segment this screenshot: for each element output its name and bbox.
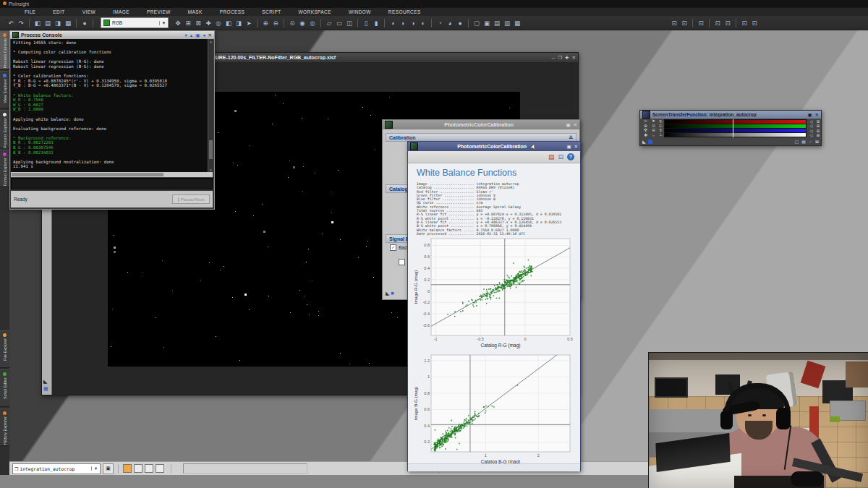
chevron-down-icon[interactable]: ▼ [91, 466, 100, 471]
scrollbar-thumb[interactable] [12, 173, 163, 176]
reset-icon[interactable]: ▤ [801, 139, 806, 144]
view-list-icon[interactable]: ▤ [43, 19, 52, 27]
minimize-icon[interactable]: ─ [552, 55, 556, 60]
tile-icon[interactable]: ▮ [372, 19, 380, 27]
stf-auto-icon[interactable]: ◔ [435, 19, 444, 27]
menu-preview[interactable]: PREVIEW [138, 9, 179, 14]
process-console-window[interactable]: Process Console ▾ ▴ ▣ ◂ ✕ Fitting 14555 … [9, 30, 215, 210]
collapse-icon[interactable]: ▾ [185, 33, 187, 38]
zoom-in-icon[interactable]: ⊕ [642, 124, 650, 129]
flip-icon[interactable]: ◫ [345, 19, 354, 27]
tile-windows-icon[interactable]: ⊞ [184, 19, 192, 27]
zoom-out-icon[interactable]: ⊖ [271, 19, 280, 27]
stf-preset-b-icon[interactable]: ◗ [399, 19, 407, 27]
rotate-right-icon[interactable]: ▭ [335, 19, 344, 27]
close-icon[interactable]: ✕ [815, 112, 819, 118]
monitor-5-icon[interactable]: ⊡ [723, 19, 732, 27]
channel-options-icon[interactable]: ⊞ [815, 124, 821, 128]
zoom-out-icon[interactable]: ⊖ [650, 128, 658, 133]
sidebar-item-view-explorer[interactable]: View Explorer [0, 71, 9, 108]
workspace-b-icon[interactable]: ▣ [482, 19, 491, 27]
monitor-6-icon[interactable]: ⊡ [740, 19, 749, 27]
pcc-dialog-title-bar[interactable]: PhotometricColorCalibration ▣ ✕ [383, 120, 579, 129]
monitor-3-icon[interactable]: ⊡ [697, 19, 705, 27]
workspace-c-icon[interactable]: ▤ [493, 19, 501, 27]
new-instance-icon[interactable]: ◣ [642, 139, 646, 144]
stf-slider[interactable] [664, 132, 807, 137]
channel-options-icon[interactable]: ⊞ [815, 133, 821, 137]
console-vertical-scrollbar[interactable]: ▴ ▾ [208, 39, 213, 172]
menu-window[interactable]: WINDOW [340, 9, 380, 14]
scrollbar-thumb[interactable] [209, 140, 213, 159]
stf-boost-icon[interactable]: ◕ [446, 19, 454, 27]
menu-file[interactable]: FILE [16, 9, 44, 14]
pan-mode-icon[interactable]: ✥ [174, 19, 182, 27]
image-container-icon[interactable]: ▦ [64, 19, 72, 27]
workspace-e-icon[interactable]: ▦ [513, 19, 522, 27]
shade-icon[interactable]: ▣ [566, 144, 571, 150]
export-pdf-icon[interactable]: ▤ [548, 153, 555, 160]
workspace-2-button[interactable] [134, 464, 142, 473]
sidebar-item-process-explorer[interactable]: Process Explorer [0, 110, 9, 149]
sidebar-item-file-explorer[interactable]: File Explorer [0, 330, 9, 368]
shade-right-icon[interactable]: ◨ [234, 19, 243, 27]
rotate-left-icon[interactable]: ▱ [325, 19, 333, 27]
readout-mode-icon[interactable]: ◎ [214, 19, 223, 27]
menu-edit[interactable]: EDIT [44, 9, 73, 14]
console-horizontal-scrollbar[interactable] [11, 172, 213, 177]
channel-options-icon[interactable]: ⊞ [815, 119, 821, 124]
view-mode-icon[interactable]: ▦ [43, 386, 48, 392]
resize-icon[interactable]: ⊠ [815, 139, 819, 144]
pause-abort-button[interactable]: ∥ Pause/Abort [172, 194, 210, 204]
wbf-title-bar[interactable]: PhotometricColorCalibration ▣ ✕ [408, 142, 580, 151]
console-output[interactable]: Fitting 14555 stars: done * Computing co… [11, 39, 208, 172]
scroll-up-icon[interactable]: ▴ [208, 39, 213, 43]
reset-channel-icon[interactable]: ◁ [808, 119, 814, 124]
workspace-3-button[interactable] [145, 464, 153, 473]
menu-resources[interactable]: RESOURCES [380, 9, 430, 14]
menu-mask[interactable]: MASK [179, 9, 211, 14]
wbf-window[interactable]: PhotometricColorCalibration ▣ ✕ ▤ ⊡ ? Wh… [407, 141, 581, 471]
workspace-a-icon[interactable]: ▢ [472, 19, 481, 27]
reset-channel-icon[interactable]: ◁ [808, 124, 814, 128]
shade-icon[interactable]: ▣ [807, 112, 812, 118]
checkbox-checked-icon[interactable]: ✓ [390, 244, 396, 251]
sidebar-item-format-explorer[interactable]: Format Explorer [0, 150, 9, 187]
rgb-workingspace-selector[interactable]: RGB ▼ [101, 17, 169, 28]
stf-preset-d-icon[interactable]: ◐ [419, 19, 427, 27]
screen-layout-icon[interactable]: ◧ [33, 19, 42, 27]
checkbox-icon[interactable] [399, 259, 405, 265]
shade-icon[interactable]: ▣ [566, 122, 570, 128]
zoom-in-icon[interactable]: ⊕ [261, 19, 270, 27]
stf-title-bar[interactable]: ScreenTransferFunction: integration_auto… [640, 111, 821, 119]
console-command-input[interactable] [11, 178, 213, 189]
stf-preset-a-icon[interactable]: ◖ [388, 19, 397, 27]
zoom-selection-icon[interactable]: ◎ [308, 19, 317, 27]
scroll-icon[interactable]: ↔ [650, 133, 658, 138]
duplicate-view-button[interactable]: ▣ [103, 463, 114, 474]
zoom-1-1-icon[interactable]: ⊙ [288, 19, 297, 27]
close-icon[interactable]: ✕ [574, 144, 578, 150]
reset-channel-icon[interactable]: ◁ [808, 129, 814, 133]
cascade-icon[interactable]: ▯ [362, 19, 370, 27]
dock-icon[interactable]: ◂ [203, 33, 205, 38]
workspace-1-button[interactable] [123, 464, 132, 473]
monitor-4-icon[interactable]: ⊡ [713, 19, 722, 27]
apply-icon[interactable]: ■ [391, 291, 393, 296]
undo-icon[interactable]: ↶ [7, 19, 15, 27]
monitor-1-icon[interactable]: ⊡ [670, 19, 678, 27]
redo-icon[interactable]: ↷ [17, 19, 25, 27]
view-selector-dropdown[interactable]: ❒ integration_autocrop ▼ [12, 463, 101, 474]
pin-icon[interactable]: ▴ [190, 33, 192, 38]
adjust-icon[interactable]: ✚ [642, 133, 650, 138]
menu-image[interactable]: IMAGE [104, 9, 138, 14]
new-instance-icon[interactable]: ◣ [386, 291, 389, 296]
edit-mode-icon[interactable]: ➤ [650, 119, 658, 124]
maximize-icon[interactable]: ❒ [558, 55, 562, 61]
mask-icon[interactable]: ● [80, 19, 89, 27]
channel-options-icon[interactable]: ⊞ [815, 129, 821, 133]
close-icon[interactable]: ✕ [574, 122, 577, 128]
sidebar-item-script-editor[interactable]: Script Editor [0, 369, 9, 407]
center-view-icon[interactable]: ✚ [204, 19, 213, 27]
monitor-7-icon[interactable]: ⊡ [750, 19, 759, 27]
